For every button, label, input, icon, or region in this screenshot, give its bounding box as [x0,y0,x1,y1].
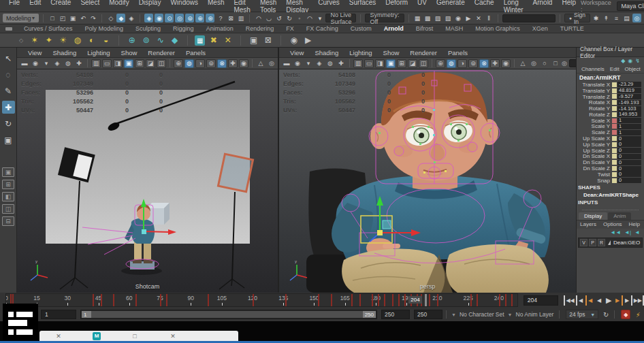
menu-item[interactable]: Arnold [528,0,558,14]
toolbox-tool-icon[interactable]: ▣ [2,133,15,146]
animation-preferences-button[interactable]: ⚡ [633,310,643,319]
channel-value-field[interactable]: 48.819 [617,88,641,93]
shelf-tab[interactable]: FX [280,25,300,32]
channel-value-field[interactable]: 1 [617,118,641,123]
channel-value-field[interactable]: 0 [617,166,641,172]
panel-toolbar-icon[interactable]: ◈ [52,59,62,68]
snap-icon[interactable]: ? [216,14,225,22]
layer-editor-menu-item[interactable]: Layers [577,221,600,227]
channel-value-field[interactable]: 1 [617,124,641,129]
channel-value-field[interactable]: -23.29 [617,82,641,87]
layer-editor-tab[interactable]: Anim [608,212,631,220]
channel-row[interactable]: Snap 0 [577,178,644,184]
search-input[interactable] [502,14,556,22]
render-icon[interactable]: ✕ [474,14,483,22]
menu-set-dropdown[interactable]: Modeling ▼ [3,14,39,22]
panel-toolbar-icon[interactable]: ◍ [63,59,73,68]
panel-toolbar-icon[interactable] [514,59,515,67]
no-live-surface-field[interactable]: No Live Surface [325,14,356,22]
history-icon[interactable]: ◠ [254,14,263,22]
panel-menu-item[interactable]: Show [378,49,405,56]
toolbox-tool-icon[interactable]: ↻ [2,117,15,130]
shelf-tab[interactable]: TURTLE [554,25,590,32]
layout-preset-button[interactable]: ◧ [2,192,14,201]
file-tool-icon[interactable]: ▣ [68,14,77,22]
file-tool-icon[interactable]: □ [48,14,57,22]
sign-in-button[interactable]: ● Sign In [564,14,590,22]
snap-icon[interactable]: ⊕ [195,14,204,22]
render-icon[interactable]: ▨ [434,14,442,22]
menu-item[interactable]: UV [413,0,432,14]
panel-toolbar-icon[interactable]: ▭ [364,59,374,68]
utility-icon[interactable]: ▤ [622,14,631,22]
history-icon[interactable]: ◡ [264,14,273,22]
close-icon[interactable]: ✕ [39,333,78,340]
time-slider-ruler[interactable]: 0153045607590105120135150165180195210225… [5,293,518,307]
render-icon[interactable]: ▩ [423,14,432,22]
selection-mode-icon[interactable]: ◆ [116,14,125,22]
panel-toolbar-icon[interactable]: ✚ [74,59,84,68]
maya-app-icon[interactable]: M [78,332,116,340]
snap-icon[interactable]: ⊚ [185,14,194,22]
channel-value-field[interactable]: 1 [617,130,641,135]
viewport-shotcam[interactable]: ViewShadingLightingShowRendererPanels ▬◉… [17,48,278,293]
panel-toolbar-icon[interactable]: ◎ [529,59,538,68]
history-icon[interactable]: ↻ [285,14,293,22]
channel-value-field[interactable]: 0 [617,160,641,165]
maximize-icon[interactable]: □ [116,333,154,340]
channel-row[interactable]: Dn Scale X 0 [577,154,644,160]
panel-toolbar-icon[interactable]: ▾ [304,59,313,68]
channel-value-field[interactable]: 0 [617,142,641,147]
panel-menu-item[interactable]: Panels [442,49,473,56]
shelf-tool-icon[interactable]: ✖ [208,35,219,46]
toolbox-tool-icon[interactable]: ↖ [2,52,15,65]
chevron-down-icon[interactable]: ▼ [508,312,513,317]
utility-icon[interactable]: ≡ [612,14,621,22]
menu-item[interactable]: Long Winter [499,0,528,14]
channel-value-field[interactable]: 0 [617,154,641,159]
snap-icon[interactable]: ◈ [144,14,153,22]
utility-icon[interactable]: ↟ [602,14,611,22]
playback-button[interactable]: ◀ [595,295,604,306]
panel-toolbar-icon[interactable]: ✚ [490,59,500,68]
shelf-tab[interactable]: Sculpting [129,25,167,32]
panel-toolbar-icon[interactable]: ◎ [267,59,276,68]
menu-item[interactable]: Mesh [203,0,229,14]
panel-toolbar-icon[interactable] [252,59,253,67]
shelf-tool-icon[interactable]: ◒ [100,35,112,46]
chevron-down-icon[interactable]: ▼ [451,312,456,317]
channel-row[interactable]: Dn Scale Y 0 [577,159,644,165]
menu-item[interactable]: Mesh Display [281,0,313,14]
channel-row[interactable]: Twist 0 [577,172,644,178]
channel-value-field[interactable]: -9.527 [617,94,641,99]
render-icon[interactable]: ▶ [464,14,473,22]
menu-item[interactable]: File [4,0,25,14]
history-icon[interactable]: ◦ [295,14,304,22]
viewport-persp[interactable]: ViewShadingLightingShowRendererPanels ▬◉… [279,48,576,293]
selection-mode-icon[interactable]: ◇ [106,14,115,22]
close-icon[interactable]: ✕ [154,333,192,340]
panel-toolbar-icon[interactable]: ◍ [184,59,194,68]
toolbox-tool-icon[interactable]: ✎ [2,84,15,97]
panel-menu-item[interactable]: View [285,49,309,56]
animation-start-field[interactable]: 1 [41,310,76,319]
panel-toolbar-icon[interactable]: ◉ [501,59,511,68]
layer-editor-icon[interactable]: ◄ [634,229,640,235]
file-tool-icon[interactable]: ↷ [88,14,97,22]
utility-icon[interactable]: ✱ [592,14,600,22]
panel-menu-item[interactable]: View [22,49,47,56]
display-layer-row[interactable]: V P R Dean:GEO [578,238,643,248]
shelf-tool-icon[interactable]: ∿ [155,35,166,46]
panel-menu-item[interactable]: Lighting [82,49,115,56]
playback-button[interactable]: ▶ [624,295,632,306]
panel-menu-item[interactable]: Renderer [142,49,180,56]
auto-keyframe-toggle[interactable]: ◆ [621,310,630,319]
channel-value-field[interactable]: -14.103 [617,106,641,112]
fps-dropdown[interactable]: 24 fps ▼ [566,310,598,319]
panel-toolbar-icon[interactable]: ◑ [457,59,467,68]
channel-box-tab[interactable]: Channel Box / Layer Editor [577,48,644,57]
shelf-tool-icon[interactable]: ◆ [169,35,180,46]
shelf-tool-icon[interactable]: ▣ [248,35,259,46]
render-icon[interactable]: ‖ [485,14,494,22]
shelf-tool-icon[interactable]: ✦ [43,35,54,46]
